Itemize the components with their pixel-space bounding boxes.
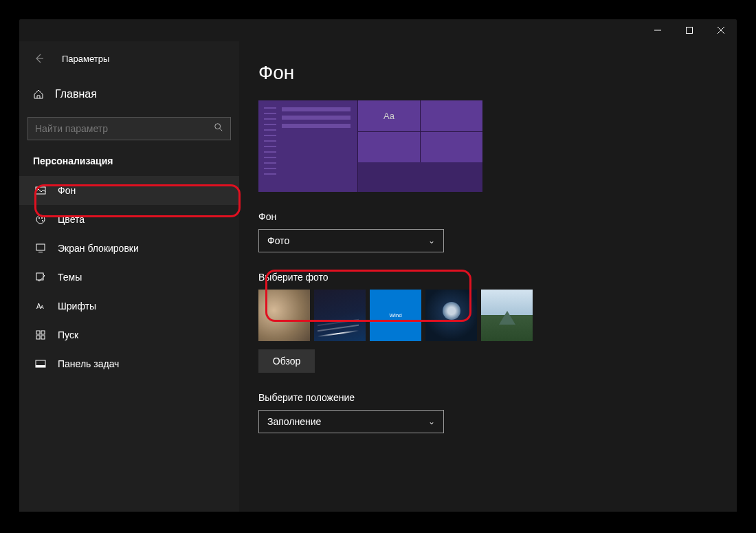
sidebar-item-label: Пуск [58,329,78,340]
photo-thumb[interactable] [425,290,477,341]
background-label: Фон [258,211,737,222]
svg-point-10 [41,217,43,219]
svg-rect-22 [36,365,45,367]
svg-rect-12 [36,244,45,250]
photo-thumbnails: Wind [258,290,737,341]
taskbar-icon [34,358,47,369]
palette-icon [34,214,47,225]
sidebar-item-themes[interactable]: Темы [19,263,239,292]
chevron-down-icon: ⌄ [428,236,435,246]
window-title: Параметры [62,54,109,64]
svg-point-5 [215,124,221,129]
photo-thumb[interactable] [258,290,310,341]
sidebar-item-label: Шрифты [58,301,96,312]
photo-thumb[interactable] [314,290,366,341]
themes-icon [34,272,47,283]
photo-thumb[interactable]: Wind [370,290,421,341]
svg-rect-20 [41,336,45,339]
svg-rect-13 [38,252,43,252]
svg-point-8 [36,215,45,224]
main-panel: Фон Aa Фон Фото ⌄ Выберите фото Wind [239,41,737,512]
svg-rect-19 [36,336,40,339]
sidebar-item-label: Фон [58,185,76,196]
maximize-button[interactable] [674,19,705,41]
minimize-button[interactable] [642,19,674,41]
chevron-down-icon: ⌄ [428,417,435,426]
svg-rect-17 [36,331,40,334]
sidebar-item-fonts[interactable]: AA Шрифты [19,292,239,320]
sidebar-item-lockscreen[interactable]: Экран блокировки [19,234,239,263]
page-title: Фон [258,41,737,100]
fonts-icon: AA [34,301,47,312]
search-icon [214,122,223,135]
sidebar-item-label: Темы [58,272,82,283]
svg-rect-1 [687,28,693,34]
home-icon [33,89,44,100]
preview-sample-text: Aa [358,100,420,131]
svg-point-9 [38,217,40,219]
choose-photo-label: Выберите фото [258,272,737,283]
position-label: Выберите положение [258,392,737,403]
home-label: Главная [55,88,97,100]
home-button[interactable]: Главная [19,80,239,109]
photo-thumb[interactable] [481,290,533,341]
sidebar-item-start[interactable]: Пуск [19,320,239,349]
close-button[interactable] [705,19,737,41]
sidebar-item-label: Панель задач [58,358,119,369]
search-box[interactable] [27,117,231,140]
background-dropdown[interactable]: Фото ⌄ [258,229,444,252]
dropdown-value: Фото [267,235,289,246]
sidebar-item-colors[interactable]: Цвета [19,205,239,234]
back-button[interactable] [32,51,47,66]
lock-screen-icon [34,243,47,254]
svg-line-6 [220,129,223,131]
desktop-preview: Aa [258,100,482,192]
sidebar-item-label: Экран блокировки [58,243,139,254]
svg-rect-18 [41,331,45,334]
settings-window: Параметры Главная Персонализация Фон Цве… [19,19,737,512]
sidebar: Параметры Главная Персонализация Фон Цве… [19,41,239,512]
category-header: Персонализация [19,140,239,176]
picture-icon [34,185,47,196]
sidebar-item-label: Цвета [58,214,85,225]
svg-rect-14 [36,273,43,280]
svg-text:A: A [41,305,44,309]
titlebar [19,19,737,41]
browse-button[interactable]: Обзор [258,349,315,373]
start-icon [34,329,47,340]
sidebar-item-background[interactable]: Фон [19,176,239,205]
svg-point-11 [42,220,43,221]
search-input[interactable] [35,123,200,134]
sidebar-item-taskbar[interactable]: Панель задач [19,349,239,378]
dropdown-value: Заполнение [267,416,321,427]
position-dropdown[interactable]: Заполнение ⌄ [258,410,444,433]
